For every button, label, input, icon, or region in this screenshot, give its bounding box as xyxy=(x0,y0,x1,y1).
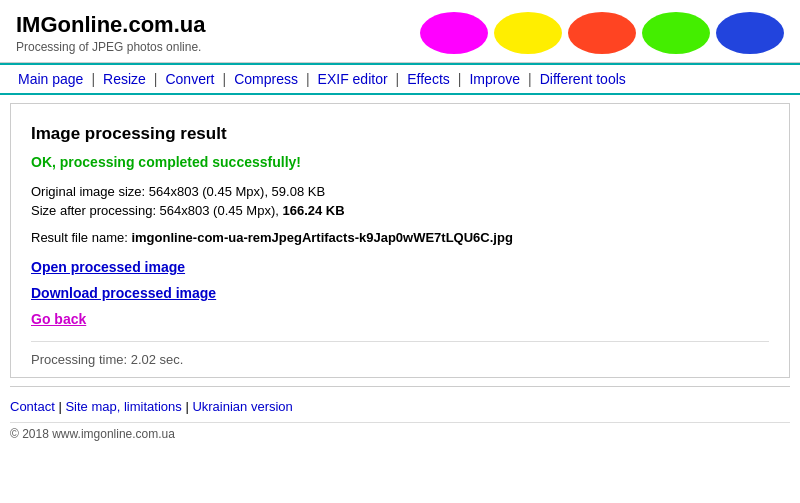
blue-blob xyxy=(716,12,784,54)
footer: Contact | Site map, limitations | Ukrain… xyxy=(10,386,790,445)
processed-size-value: 166.24 KB xyxy=(282,203,344,218)
nav-main-page[interactable]: Main page xyxy=(10,71,91,87)
color-blobs xyxy=(420,12,784,54)
sitemap-link[interactable]: Site map, limitations xyxy=(65,399,181,414)
header: IMGonline.com.ua Processing of JPEG phot… xyxy=(0,0,800,63)
nav: Main page | Resize | Convert | Compress … xyxy=(0,63,800,95)
ukrainian-version-link[interactable]: Ukrainian version xyxy=(192,399,292,414)
nav-resize[interactable]: Resize xyxy=(95,71,154,87)
footer-copyright: © 2018 www.imgonline.com.ua xyxy=(10,422,790,441)
main-content: Image processing result OK, processing c… xyxy=(10,103,790,378)
site-title: IMGonline.com.ua xyxy=(16,12,205,38)
open-processed-image-link[interactable]: Open processed image xyxy=(31,259,769,275)
footer-links: Contact | Site map, limitations | Ukrain… xyxy=(10,395,790,418)
processing-time: Processing time: 2.02 sec. xyxy=(31,341,769,367)
nav-different-tools[interactable]: Different tools xyxy=(532,71,634,87)
success-message: OK, processing completed successfully! xyxy=(31,154,769,170)
green-blob xyxy=(642,12,710,54)
nav-compress[interactable]: Compress xyxy=(226,71,306,87)
red-blob xyxy=(568,12,636,54)
processed-size-prefix: Size after processing: 564x803 (0.45 Mpx… xyxy=(31,203,282,218)
nav-effects[interactable]: Effects xyxy=(399,71,458,87)
yellow-blob xyxy=(494,12,562,54)
magenta-blob xyxy=(420,12,488,54)
contact-link[interactable]: Contact xyxy=(10,399,55,414)
filename-row: Result file name: imgonline-com-ua-remJp… xyxy=(31,230,769,245)
go-back-link[interactable]: Go back xyxy=(31,311,769,327)
nav-exif-editor[interactable]: EXIF editor xyxy=(310,71,396,87)
download-processed-image-link[interactable]: Download processed image xyxy=(31,285,769,301)
nav-convert[interactable]: Convert xyxy=(157,71,222,87)
processed-size-info: Size after processing: 564x803 (0.45 Mpx… xyxy=(31,203,769,218)
header-left: IMGonline.com.ua Processing of JPEG phot… xyxy=(16,12,205,54)
original-size-info: Original image size: 564x803 (0.45 Mpx),… xyxy=(31,184,769,199)
site-subtitle: Processing of JPEG photos online. xyxy=(16,40,205,54)
nav-improve[interactable]: Improve xyxy=(461,71,528,87)
result-title: Image processing result xyxy=(31,124,769,144)
filename-value: imgonline-com-ua-remJpegArtifacts-k9Jap0… xyxy=(131,230,512,245)
filename-label: Result file name: xyxy=(31,230,131,245)
